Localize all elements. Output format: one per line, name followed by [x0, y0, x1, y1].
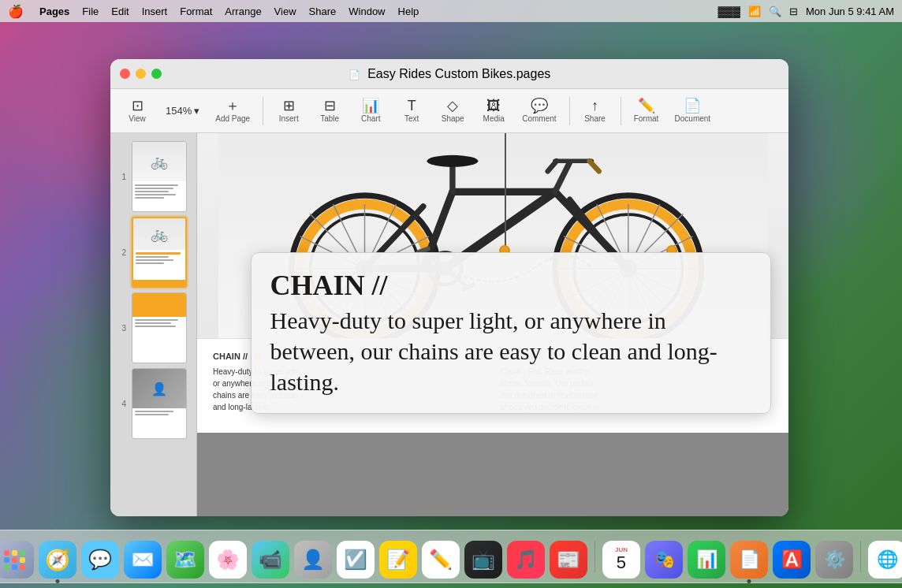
page-thumb-3[interactable]: 3	[121, 292, 187, 363]
toolbar-document[interactable]: 📄 Document	[669, 95, 718, 126]
messages-icon: 💬	[88, 549, 112, 571]
dock-icon-reminders[interactable]: ☑️	[337, 541, 375, 579]
dock-icon-freeform[interactable]: ✏️	[422, 541, 460, 579]
dock-icon-appletv[interactable]: 📺	[464, 541, 502, 579]
page-thumb-4[interactable]: 4 👤	[121, 368, 187, 439]
main-area: 1 🚲 2 🚲	[110, 133, 788, 516]
dock-icon-photos[interactable]: 🌸	[209, 541, 247, 579]
page-1-preview: 🚲	[132, 141, 187, 212]
app-menu-pages[interactable]: Pages	[39, 6, 69, 17]
dock: 🤩 🧭 💬 ✉️ 🗺️ 🌸 📹 👤	[0, 530, 902, 583]
toolbar-shape[interactable]: ◇ Shape	[434, 95, 472, 126]
pages-window: 📄 Easy Rides Custom Bikes.pages ⊡ View 1…	[110, 59, 788, 516]
toolbar-insert[interactable]: ⊞ Insert	[270, 95, 308, 126]
dock-separator-2	[860, 541, 861, 572]
toolbar-share[interactable]: ↑ Share	[576, 95, 614, 126]
menu-insert[interactable]: Insert	[142, 6, 168, 17]
dock-icon-appstore[interactable]: 🅰️	[773, 541, 811, 579]
dock-icon-contacts[interactable]: 👤	[294, 541, 332, 579]
shape-icon: ◇	[447, 99, 458, 113]
numbers-icon: 📊	[696, 549, 718, 570]
dock-icon-mail[interactable]: ✉️	[124, 541, 162, 579]
facetime-icon: 📹	[259, 549, 282, 571]
search-icon[interactable]: 🔍	[769, 6, 781, 17]
toolbar-zoom[interactable]: 154% ▾	[159, 102, 206, 120]
menu-arrange[interactable]: Arrange	[225, 6, 261, 17]
control-center-icon[interactable]: ⊟	[789, 6, 798, 17]
dock-separator	[594, 541, 595, 572]
dock-icon-settings[interactable]: ⚙️	[815, 541, 853, 579]
wifi-icon: 📶	[748, 6, 761, 17]
document-settings-icon: 📄	[684, 99, 701, 113]
toolbar-table[interactable]: ⊟ Table	[311, 95, 348, 126]
dock-icon-news[interactable]: 📰	[550, 541, 587, 579]
dock-icon-chrome[interactable]: 🌐	[868, 541, 902, 579]
tooltip-title: CHAIN //	[270, 269, 751, 302]
maps-icon: 🗺️	[173, 549, 197, 571]
toolbar-text[interactable]: T Text	[393, 95, 430, 126]
reminders-icon: ☑️	[344, 549, 367, 571]
dock-icon-maps[interactable]: 🗺️	[166, 541, 204, 579]
page-thumb-1[interactable]: 1 🚲	[121, 141, 187, 212]
menu-file[interactable]: File	[82, 6, 99, 17]
svg-point-37	[427, 155, 478, 167]
toolbar-media[interactable]: 🖼 Media	[475, 95, 512, 126]
toolbar-chart[interactable]: 📊 Chart	[352, 95, 390, 126]
page-number-3: 3	[122, 324, 127, 333]
page-number-2: 2	[122, 248, 127, 257]
dock-icon-calendar[interactable]: JUN 5	[602, 541, 640, 579]
keynote-icon: 🎭	[654, 549, 675, 570]
page-thumb-2[interactable]: 2 🚲	[121, 217, 187, 288]
launchpad-icon	[4, 550, 26, 570]
maximize-button[interactable]	[151, 69, 162, 79]
insert-icon: ⊞	[283, 99, 295, 113]
dock-icon-keynote[interactable]: 🎭	[645, 541, 683, 579]
pages-icon: 📄	[739, 549, 760, 570]
traffic-lights	[120, 69, 162, 79]
thumb-bike-2: 🚲	[133, 218, 185, 250]
menu-help[interactable]: Help	[398, 6, 419, 17]
toolbar-comment[interactable]: 💬 Comment	[516, 95, 562, 126]
page-thumbnails-sidebar: 1 🚲 2 🚲	[110, 133, 197, 516]
toolbar: ⊡ View 154% ▾ ＋ Add Page ⊞ Insert ⊟ Tabl…	[110, 89, 788, 133]
toolbar-add-page[interactable]: ＋ Add Page	[209, 95, 256, 126]
menu-window[interactable]: Window	[348, 6, 385, 17]
dock-icon-messages[interactable]: 💬	[81, 541, 119, 579]
dock-icon-launchpad[interactable]	[0, 541, 34, 579]
toolbar-separator-2	[569, 97, 570, 125]
toolbar-format[interactable]: ✏️ Format	[628, 95, 665, 126]
page-number-1: 1	[122, 173, 127, 181]
table-icon: ⊟	[324, 99, 336, 113]
menu-edit[interactable]: Edit	[111, 6, 129, 17]
apple-menu-icon[interactable]: 🍎	[8, 4, 24, 19]
format-icon: ✏️	[638, 99, 655, 113]
add-page-icon: ＋	[226, 99, 240, 113]
view-icon: ⊡	[132, 99, 144, 113]
thumb-text-area-2	[133, 250, 185, 268]
page-number-4: 4	[122, 400, 127, 408]
dock-icon-notes[interactable]: 📝	[379, 541, 417, 579]
tooltip-overlay: CHAIN // Heavy-duty to super light, or a…	[251, 252, 771, 414]
menu-view[interactable]: View	[274, 6, 296, 17]
freeform-icon: ✏️	[429, 549, 453, 571]
menu-share[interactable]: Share	[309, 6, 337, 17]
dock-icon-facetime[interactable]: 📹	[252, 541, 289, 579]
contacts-icon: 👤	[301, 549, 325, 571]
dock-icon-safari[interactable]: 🧭	[39, 541, 76, 579]
toolbar-view[interactable]: ⊡ View	[118, 95, 156, 126]
close-button[interactable]	[120, 69, 130, 79]
dock-icon-music[interactable]: 🎵	[507, 541, 545, 579]
thumb-bike-1: 🚲	[132, 142, 186, 181]
mail-icon: ✉️	[131, 549, 155, 571]
menu-format[interactable]: Format	[180, 6, 212, 17]
dock-icon-numbers[interactable]: 📊	[688, 541, 725, 579]
title-bar: 📄 Easy Rides Custom Bikes.pages	[110, 59, 788, 89]
menubar-left: 🍎 Pages File Edit Insert Format Arrange …	[8, 4, 419, 19]
thumb-orange-header	[132, 293, 186, 317]
minimize-button[interactable]	[136, 69, 146, 79]
dock-icon-pages[interactable]: 📄	[730, 541, 768, 579]
zoom-chevron-icon: ▾	[194, 105, 199, 117]
thumb-text-area-3	[132, 317, 186, 331]
battery-icon: ▓▓▓	[718, 6, 740, 17]
page-canvas[interactable]: CHAIN // Heavy-duty to super light, or a…	[197, 133, 788, 516]
